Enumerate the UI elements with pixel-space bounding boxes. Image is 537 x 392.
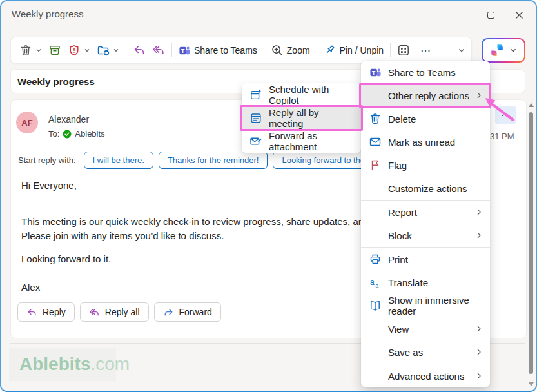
start-reply-label: Start reply with:: [18, 155, 76, 165]
svg-text:a: a: [370, 278, 375, 287]
more-horizontal-icon: ⋯: [501, 110, 511, 121]
toolbar-divider: [264, 43, 264, 57]
scrollbar-thumb[interactable]: [529, 112, 533, 374]
apps-button[interactable]: [394, 41, 413, 59]
zoom-button[interactable]: Zoom: [268, 41, 313, 59]
reply-all-button[interactable]: [149, 41, 168, 59]
minimize-icon: [459, 15, 466, 15]
menu-item-view[interactable]: View: [361, 317, 490, 340]
forward-icon: [163, 307, 174, 318]
other-reply-actions-submenu: Schedule with Copilot Reply all by meeti…: [242, 83, 361, 153]
menu-item-label: Block: [388, 230, 412, 241]
reply-all-button-footer[interactable]: Reply all: [80, 302, 149, 322]
toolbar-more-button[interactable]: ⋯: [413, 42, 438, 59]
to-label: To:: [48, 129, 59, 139]
pin-button[interactable]: Pin / Unpin: [320, 41, 387, 59]
menu-item-print[interactable]: Print: [361, 248, 490, 271]
menu-item-schedule-with-copilot[interactable]: Schedule with Copilot: [242, 83, 361, 106]
suggested-reply-2[interactable]: Thanks for the reminder!: [159, 152, 268, 169]
forward-label: Forward: [179, 307, 212, 317]
close-button[interactable]: [505, 4, 533, 26]
forward-button-footer[interactable]: Forward: [154, 302, 221, 322]
maximize-button[interactable]: [476, 4, 505, 26]
menu-item-label: Advanced actions: [388, 371, 464, 382]
svg-text:ä: ä: [376, 282, 379, 289]
reply-label: Reply: [43, 307, 66, 317]
chevron-down-icon: [35, 47, 42, 54]
svg-text:T: T: [181, 47, 185, 54]
sender-name[interactable]: Alexander: [48, 114, 89, 124]
logo-text-rest: .com: [90, 354, 130, 375]
menu-item-label: Delete: [388, 113, 416, 124]
menu-item-label: Forward as attachment: [269, 130, 355, 152]
delete-button[interactable]: [16, 41, 45, 59]
menu-item-flag[interactable]: Flag: [361, 153, 490, 177]
reply-button[interactable]: [130, 41, 149, 59]
toolbar-expand-button[interactable]: [454, 44, 469, 57]
move-to-folder-button[interactable]: [93, 41, 122, 59]
subject-text: Weekly progress: [17, 76, 95, 87]
suggested-replies-row: Start reply with: I will be there. Thank…: [18, 152, 406, 169]
menu-item-share-to-teams[interactable]: T Share to Teams: [361, 61, 490, 84]
message-toolbar: T Share to Teams Zoom Pin / Unpin ⋯: [10, 37, 472, 64]
mail-icon: [369, 135, 382, 148]
menu-item-label: Reply all by meeting: [269, 107, 355, 129]
report-shield-icon: [68, 44, 81, 57]
recipient-name[interactable]: Ablebits: [75, 129, 104, 139]
copilot-icon: [490, 43, 504, 57]
suggested-reply-1[interactable]: I will be there.: [84, 152, 153, 169]
toolbar-divider: [442, 43, 442, 57]
pin-icon: [324, 44, 337, 57]
window-controls: [448, 1, 533, 28]
menu-item-forward-as-attachment[interactable]: Forward as attachment: [242, 130, 361, 153]
more-actions-menu: T Share to Teams Other reply actions Del…: [361, 61, 490, 387]
apps-grid-icon: [397, 44, 410, 57]
pin-label: Pin / Unpin: [340, 45, 384, 55]
trash-icon: [369, 112, 382, 125]
menu-item-block[interactable]: Block: [361, 224, 490, 247]
printer-icon: [369, 253, 382, 266]
menu-item-label: Customize actions: [388, 183, 467, 194]
menu-item-customize-actions[interactable]: Customize actions: [361, 177, 490, 200]
timestamp: 31 PM: [490, 132, 514, 141]
ablebits-logo: Ablebits.com: [9, 348, 116, 381]
menu-item-delete[interactable]: Delete: [361, 107, 490, 130]
logo-text-bold: Ablebits: [19, 354, 90, 375]
share-to-teams-button[interactable]: T Share to Teams: [175, 42, 260, 59]
menu-item-label: Share to Teams: [388, 67, 456, 78]
menu-item-advanced-actions[interactable]: Advanced actions: [361, 364, 490, 387]
avatar[interactable]: AF: [16, 112, 38, 133]
delete-icon: [19, 44, 32, 57]
scrollbar-down-arrow[interactable]: [529, 382, 534, 386]
reply-all-icon: [152, 44, 165, 57]
toolbar-divider: [126, 43, 126, 57]
report-button[interactable]: [64, 41, 93, 59]
menu-item-label: Flag: [388, 160, 407, 171]
menu-item-report[interactable]: Report: [361, 201, 490, 224]
calendar-sparkle-icon: [249, 88, 262, 101]
menu-item-reply-all-by-meeting[interactable]: Reply all by meeting: [242, 106, 361, 130]
menu-item-mark-as-unread[interactable]: Mark as unread: [361, 130, 490, 153]
message-more-button[interactable]: ⋯: [495, 106, 516, 124]
copilot-button[interactable]: [482, 38, 525, 63]
teams-icon: T: [179, 44, 191, 57]
menu-item-show-in-immersive-reader[interactable]: Show in immersive reader: [361, 294, 490, 317]
archive-button[interactable]: [45, 41, 64, 59]
chevron-down-icon: [113, 47, 119, 54]
reply-button-footer[interactable]: Reply: [17, 302, 75, 322]
menu-item-save-as[interactable]: Save as: [361, 340, 490, 364]
scrollbar-up-arrow[interactable]: [529, 103, 534, 107]
archive-icon: [48, 44, 61, 57]
chevron-down-icon: [458, 46, 465, 54]
reply-all-label: Reply all: [105, 307, 140, 317]
scrollbar[interactable]: [527, 101, 535, 390]
menu-item-translate[interactable]: aä Translate: [361, 271, 490, 294]
flag-icon: [369, 159, 382, 172]
menu-item-label: Schedule with Copilot: [269, 84, 355, 106]
chevron-right-icon: [474, 324, 483, 333]
chevron-right-icon: [474, 208, 483, 217]
share-to-teams-label: Share to Teams: [194, 45, 257, 55]
menu-item-other-reply-actions[interactable]: Other reply actions: [361, 84, 490, 107]
minimize-button[interactable]: [448, 4, 476, 26]
menu-item-label: Show in immersive reader: [388, 295, 483, 317]
